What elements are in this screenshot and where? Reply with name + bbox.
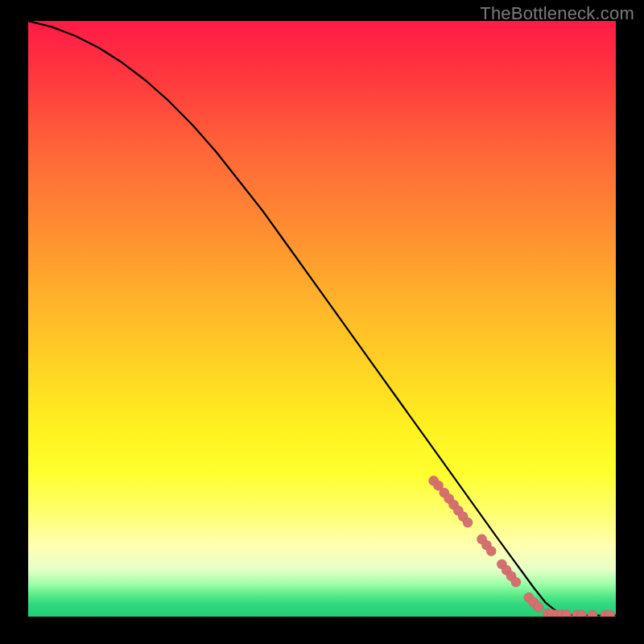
data-marker xyxy=(588,610,597,617)
chart-frame: TheBottleneck.com xyxy=(0,0,644,644)
chart-svg xyxy=(28,21,616,617)
plot-area xyxy=(28,21,616,617)
data-marker xyxy=(511,577,521,587)
watermark-text: TheBottleneck.com xyxy=(480,3,634,24)
bottleneck-curve-line xyxy=(28,21,616,616)
data-markers xyxy=(429,476,615,617)
data-marker xyxy=(533,602,543,612)
data-marker xyxy=(463,518,473,527)
data-marker xyxy=(486,546,496,555)
